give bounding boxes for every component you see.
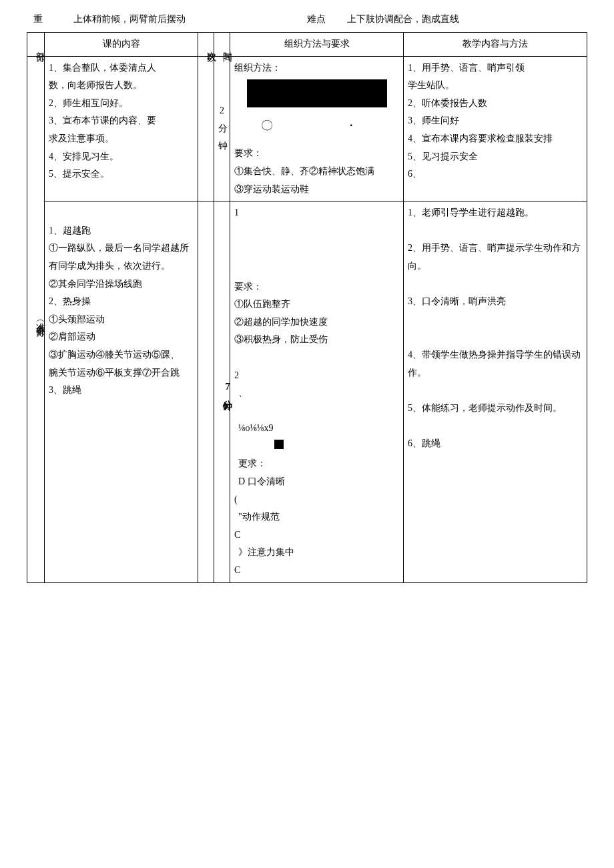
org-cell-2: 1 要求： ①队伍跑整齐 ②超越的同学加快速度 ③积极热身，防止受伤 2 、 ⅛… bbox=[230, 201, 404, 582]
time-value: 2分钟 bbox=[218, 105, 228, 151]
teach-line: 5、见习提示安全 bbox=[408, 148, 583, 166]
header-org: 组织方法与要求 bbox=[230, 33, 404, 57]
org-req-line: ③穿运动装运动鞋 bbox=[234, 181, 399, 199]
org-more-line: "动作规范 bbox=[234, 508, 399, 526]
difficulty-label: 难点 bbox=[307, 13, 334, 25]
teach-line: 3、师生问好 bbox=[408, 112, 583, 130]
org-more-label: 更求： bbox=[234, 455, 399, 473]
header-part: 部分 bbox=[27, 33, 45, 57]
lesson-plan-table: 部分 课的内容 次数 时间 组织方法与要求 教学内容与方法 准︵备部分 1、集合… bbox=[27, 32, 587, 583]
teach-line: 6、跳绳 bbox=[408, 435, 583, 453]
count-cell-2 bbox=[198, 201, 214, 582]
content-cell-2: 1、超越跑 ①一路纵队，最后一名同学超越所有同学成为排头，依次进行。 ②其余同学… bbox=[45, 201, 198, 582]
teach-line: 4、带领学生做热身操并指导学生的错误动作。 bbox=[408, 346, 583, 382]
org-cell-1: 组织方法： 〇 ・ 要求： ①集合快、静、齐②精神状态饱满 ③穿运动装运动鞋 bbox=[230, 56, 404, 201]
content-line: 1、集合整队，体委清点人 bbox=[49, 59, 194, 77]
formation-symbols: 〇 ・ bbox=[234, 114, 399, 137]
content-line: 4、安排见习生。 bbox=[49, 148, 194, 166]
content-line: 2、师生相互问好。 bbox=[49, 95, 194, 113]
count-cell-1 bbox=[198, 56, 214, 201]
key-point-label: 重 bbox=[33, 13, 73, 25]
teach-line: 1、用手势、语言、哨声引领 bbox=[408, 59, 583, 77]
org-req-label: 要求： bbox=[234, 145, 399, 163]
key-point-text: 上体稍前倾，两臂前后摆动 bbox=[73, 13, 307, 25]
time-cell-2: 7分钟 bbox=[214, 201, 230, 582]
header-content: 课的内容 bbox=[45, 33, 198, 57]
teach-line: 6、 bbox=[408, 165, 583, 183]
part-label: 准︵备部分 bbox=[31, 315, 49, 322]
org-more-c: C bbox=[234, 526, 399, 544]
header-count: 次数 bbox=[198, 33, 214, 57]
difficulty-text: 上下肢协调配合，跑成直线 bbox=[334, 13, 581, 25]
org-title: 组织方法： bbox=[234, 59, 399, 77]
header-teach: 教学内容与方法 bbox=[404, 33, 587, 57]
formation-diagram bbox=[247, 79, 387, 107]
org-sep: 、 bbox=[234, 384, 399, 402]
square-icon bbox=[234, 438, 399, 456]
content-line: 1、超越跑 bbox=[49, 222, 194, 240]
org-num: 2 bbox=[234, 367, 399, 385]
content-line: ③扩胸运动④膝关节运动⑤踝、 bbox=[49, 346, 194, 364]
content-line: ②肩部运动 bbox=[49, 328, 194, 346]
teach-line: 5、体能练习，老师提示动作及时间。 bbox=[408, 400, 583, 418]
org-req-label: 要求： bbox=[234, 278, 399, 296]
header-summary: 重 上体稍前倾，两臂前后摆动 难点 上下肢协调配合，跑成直线 bbox=[27, 13, 587, 25]
teach-line: 学生站队。 bbox=[408, 77, 583, 95]
content-cell-1: 1、集合整队，体委清点人 数，向老师报告人数。 2、师生相互问好。 3、宣布本节… bbox=[45, 56, 198, 201]
content-line: 腕关节运动⑥平板支撑⑦开合跳 bbox=[49, 364, 194, 382]
content-line: 5、提示安全。 bbox=[49, 165, 194, 183]
content-line: ①头颈部运动 bbox=[49, 311, 194, 329]
time-cell-1: 2分钟 bbox=[214, 56, 230, 201]
teach-line: 2、用手势、语言、哨声提示学生动作和方向。 bbox=[408, 240, 583, 275]
teach-cell-1: 1、用手势、语言、哨声引领 学生站队。 2、听体委报告人数 3、师生问好 4、宣… bbox=[404, 56, 587, 201]
teach-line: 1、老师引导学生进行超越跑。 bbox=[408, 204, 583, 222]
teach-line: 4、宣布本课内容要求检查服装安排 bbox=[408, 130, 583, 148]
org-req-line: ①集合快、静、齐②精神状态饱满 bbox=[234, 163, 399, 181]
org-more-line: 》注意力集中 bbox=[234, 544, 399, 562]
org-req-line: ③积极热身，防止受伤 bbox=[234, 331, 399, 349]
content-line: 数，向老师报告人数。 bbox=[49, 77, 194, 95]
org-more-prefix: ( bbox=[234, 491, 399, 509]
teach-line: 3、口令清晰，哨声洪亮 bbox=[408, 293, 583, 311]
content-line: 3、跳绳 bbox=[49, 382, 194, 400]
org-req-line: ①队伍跑整齐 bbox=[234, 296, 399, 314]
table-header-row: 部分 课的内容 次数 时间 组织方法与要求 教学内容与方法 bbox=[27, 33, 587, 57]
org-req-line: ②超越的同学加快速度 bbox=[234, 314, 399, 332]
content-line: ②其余同学沿操场线跑 bbox=[49, 276, 194, 294]
content-line: 3、宣布本节课的内容、要 bbox=[49, 112, 194, 130]
org-code: ⅛o⅛⅛x9 bbox=[234, 420, 399, 438]
org-num: 1 bbox=[234, 204, 399, 222]
content-line: ①一路纵队，最后一名同学超越所有同学成为排头，依次进行。 bbox=[49, 240, 194, 275]
time-value: 7分钟 bbox=[218, 382, 236, 396]
teach-line: 2、听体委报告人数 bbox=[408, 95, 583, 113]
content-line: 求及注意事项。 bbox=[49, 130, 194, 148]
org-more-c: C bbox=[234, 562, 399, 580]
content-line: 2、热身操 bbox=[49, 293, 194, 311]
table-row: 1、超越跑 ①一路纵队，最后一名同学超越所有同学成为排头，依次进行。 ②其余同学… bbox=[27, 201, 587, 582]
org-more-line: D 口令清晰 bbox=[234, 473, 399, 491]
part-cell: 准︵备部分 bbox=[27, 56, 45, 582]
table-row: 准︵备部分 1、集合整队，体委清点人 数，向老师报告人数。 2、师生相互问好。 … bbox=[27, 56, 587, 201]
teach-cell-2: 1、老师引导学生进行超越跑。 2、用手势、语言、哨声提示学生动作和方向。 3、口… bbox=[404, 201, 587, 582]
